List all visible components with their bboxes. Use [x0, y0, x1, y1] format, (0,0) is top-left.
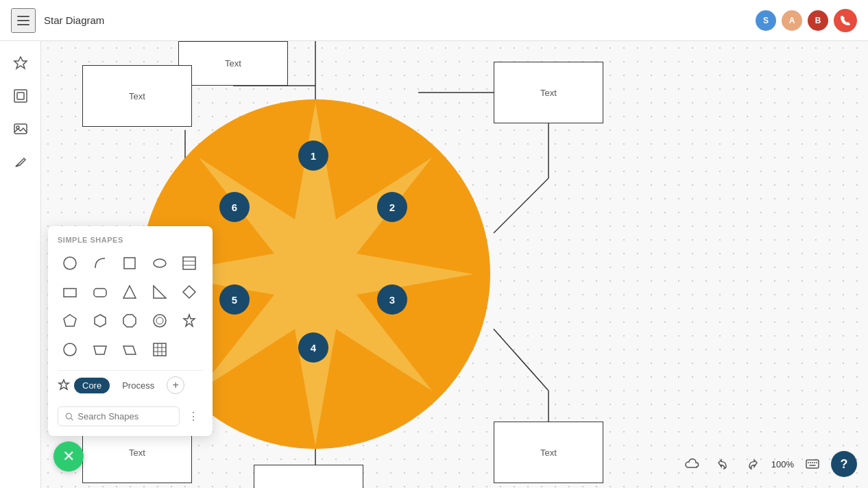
tab-add-button[interactable]: +: [167, 376, 184, 394]
node-6[interactable]: 6: [219, 192, 250, 222]
bottom-toolbar: 100% ?: [681, 451, 857, 477]
svg-rect-24: [124, 258, 135, 269]
search-row: ⋮: [58, 406, 203, 426]
shape-rounded-rect[interactable]: [88, 280, 112, 304]
svg-marker-31: [123, 286, 136, 298]
svg-rect-26: [183, 257, 195, 269]
shape-circle3[interactable]: [58, 337, 82, 362]
svg-point-37: [154, 315, 166, 327]
avatar-1: S: [756, 10, 776, 31]
svg-marker-36: [123, 315, 136, 327]
text-box-label: Text: [129, 448, 145, 458]
svg-rect-1: [17, 20, 29, 21]
svg-rect-5: [17, 93, 24, 99]
shape-hexagon[interactable]: [88, 308, 112, 333]
search-icon: [65, 412, 73, 422]
shape-circle2[interactable]: [147, 308, 172, 333]
tab-core[interactable]: Core: [74, 378, 110, 393]
svg-point-49: [66, 413, 71, 419]
node-5[interactable]: 5: [219, 284, 250, 315]
svg-marker-42: [123, 346, 136, 354]
panel-tabs: Core Process +: [58, 370, 203, 400]
close-panel-button[interactable]: ✕: [53, 441, 84, 472]
image-sidebar-icon[interactable]: [7, 115, 34, 143]
svg-point-38: [156, 317, 163, 324]
shape-rect[interactable]: [58, 280, 82, 304]
svg-marker-48: [59, 380, 69, 389]
header: S A B: [0, 0, 868, 41]
shape-circle[interactable]: [58, 251, 82, 276]
diagram-title[interactable]: [44, 14, 174, 26]
tab-process[interactable]: Process: [114, 378, 162, 393]
svg-rect-6: [14, 124, 27, 134]
shape-diamond[interactable]: [177, 280, 202, 304]
shape-table[interactable]: [177, 251, 202, 276]
svg-marker-35: [95, 315, 106, 327]
shape-arc[interactable]: [88, 251, 112, 276]
svg-rect-43: [154, 343, 166, 356]
section-title: SIMPLE SHAPES: [58, 236, 203, 244]
node-3[interactable]: 3: [377, 284, 407, 315]
shapes-grid: [58, 251, 203, 362]
shape-parallelogram[interactable]: [117, 337, 142, 362]
search-input[interactable]: [77, 411, 172, 422]
svg-rect-2: [17, 24, 29, 25]
svg-rect-4: [14, 90, 27, 102]
avatar-2: A: [782, 10, 802, 31]
svg-rect-0: [17, 16, 29, 17]
shape-triangle[interactable]: [117, 280, 142, 304]
text-box-label: Text: [540, 448, 557, 458]
svg-marker-3: [14, 57, 27, 69]
search-box[interactable]: [58, 406, 180, 426]
zoom-level: 100%: [771, 459, 794, 469]
svg-marker-34: [64, 315, 76, 326]
svg-point-25: [154, 259, 166, 267]
text-box-top-center[interactable]: Text: [178, 41, 288, 86]
redo-button[interactable]: [741, 452, 764, 476]
svg-rect-51: [806, 460, 819, 468]
text-box-bottom-center[interactable]: Text: [254, 465, 363, 488]
avatar-3: B: [808, 10, 828, 31]
call-button[interactable]: [834, 9, 857, 32]
menu-button[interactable]: [11, 8, 36, 33]
shape-trapezoid[interactable]: [88, 337, 112, 362]
text-box-top-left[interactable]: Text: [82, 65, 192, 127]
svg-marker-32: [154, 286, 166, 298]
shape-ellipse[interactable]: [147, 251, 172, 276]
drawing-sidebar-icon[interactable]: [7, 148, 34, 175]
shape-pentagon[interactable]: [58, 308, 82, 333]
svg-point-40: [64, 343, 76, 356]
shape-star[interactable]: [177, 308, 202, 333]
shapes-tab-icon: [58, 379, 70, 391]
shapes-panel: SIMPLE SHAPES: [48, 226, 213, 436]
header-right: S A B: [756, 9, 857, 32]
text-box-label: Text: [225, 58, 241, 69]
text-box-label: Text: [540, 88, 557, 98]
undo-button[interactable]: [711, 452, 734, 476]
text-box-bottom-right[interactable]: Text: [494, 422, 603, 483]
svg-marker-33: [183, 286, 195, 298]
node-1[interactable]: 1: [298, 141, 328, 171]
keyboard-button[interactable]: [801, 452, 824, 476]
frame-sidebar-icon[interactable]: [7, 82, 34, 110]
svg-marker-41: [94, 346, 106, 354]
node-2[interactable]: 2: [377, 192, 407, 222]
svg-line-50: [71, 418, 73, 420]
shapes-sidebar-icon[interactable]: [7, 49, 34, 77]
text-box-top-right[interactable]: Text: [494, 62, 603, 123]
shape-square[interactable]: [117, 251, 142, 276]
shape-octagon-sm[interactable]: [117, 308, 142, 333]
left-sidebar: [0, 41, 41, 488]
text-box-label: Text: [129, 91, 145, 101]
shape-grid[interactable]: [147, 337, 172, 362]
node-4[interactable]: 4: [298, 332, 328, 363]
cloud-save-button[interactable]: [681, 452, 704, 476]
svg-rect-29: [64, 289, 76, 297]
svg-rect-30: [94, 289, 106, 297]
svg-point-23: [64, 257, 76, 269]
shape-right-triangle[interactable]: [147, 280, 172, 304]
svg-marker-39: [184, 315, 195, 326]
help-button[interactable]: ?: [831, 451, 857, 477]
more-options-button[interactable]: ⋮: [184, 407, 203, 426]
